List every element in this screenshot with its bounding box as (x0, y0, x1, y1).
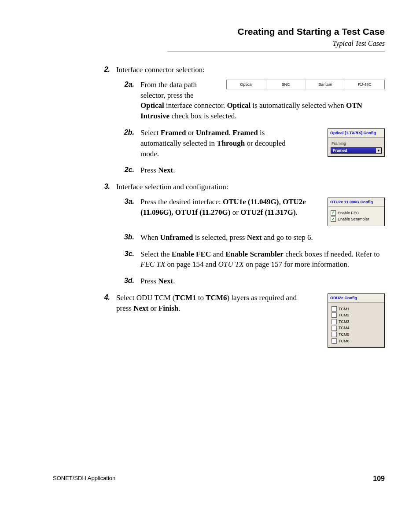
step-number: 2. (92, 65, 116, 75)
text: , (279, 198, 283, 206)
substep-3a-text: Press the desired interface: OTU1e (11.0… (140, 197, 317, 218)
text: or (148, 304, 158, 312)
page-subtitle: Typical Test Cases (167, 40, 385, 48)
connector-bantam[interactable]: Bantam (306, 80, 346, 89)
substep-number: 2c. (117, 165, 140, 176)
checkbox-icon (332, 326, 337, 331)
text: on page 157 for more information. (244, 260, 349, 268)
framing-dropdown[interactable]: Framed ▼ (331, 147, 382, 154)
text-bold: Enable FEC (172, 250, 211, 258)
tcm5-row[interactable]: TCM5 (332, 332, 381, 338)
enable-fec-row[interactable]: Enable FEC (331, 210, 382, 216)
checkbox-label: TCM3 (339, 319, 350, 325)
text: . (178, 304, 180, 312)
step-3-title: Interface selection and configuration: (116, 182, 385, 192)
text: is selected, press (193, 233, 247, 242)
text: Select ODU TCM ( (116, 294, 175, 302)
checkbox-icon (332, 332, 337, 337)
text-bold: Through (217, 139, 245, 147)
step-2-title: Interface connector selection: (116, 65, 385, 75)
footer-left: SONET/SDH Application (53, 475, 115, 483)
dropdown-value: Framed (333, 148, 347, 154)
checkbox-label: TCM6 (339, 338, 350, 344)
substep-number: 2b. (117, 128, 140, 159)
text: From the data path selector, press the (140, 81, 197, 99)
page-number: 109 (373, 475, 385, 483)
text-bold: Next (158, 277, 173, 285)
panel-title: Optical [1,TX/RX] Config (328, 129, 384, 138)
checkbox-icon (332, 306, 337, 312)
substep-2a-rest: Optical interface connector. Optical is … (140, 100, 385, 121)
text: and go to step 6. (262, 233, 313, 242)
text-bold: Finish (158, 304, 178, 312)
text-bold: Next (247, 233, 262, 242)
checkbox-label: TCM5 (339, 332, 350, 338)
substep-3c-text: Select the Enable FEC and Enable Scrambl… (140, 249, 385, 270)
text-bold: Optical (140, 101, 164, 110)
text-bold: Unframed (160, 233, 193, 242)
text: Select (140, 128, 161, 137)
tcm3-row[interactable]: TCM3 (332, 319, 381, 325)
text-italic: FEC TX (140, 260, 165, 268)
optical-config-panel: Optical [1,TX/RX] Config Framing Framed … (328, 128, 385, 157)
text: Press the desired interface: (140, 198, 223, 206)
checkbox-label: TCM1 (339, 306, 350, 312)
text: is automatically selected when (251, 101, 346, 110)
enable-scrambler-row[interactable]: Enable Scrambler (331, 216, 382, 222)
substep-2a-lead: From the data path selector, press the (140, 80, 220, 101)
connector-bnc[interactable]: BNC (266, 80, 306, 89)
text: check box is selected. (169, 112, 236, 120)
text: or (230, 208, 240, 216)
substep-number: 3d. (117, 276, 140, 286)
substep-2b-text: Select Framed or Unframed. Framed is aut… (140, 128, 299, 159)
substep-number: 3a. (117, 197, 140, 226)
substep-3d-text: Press Next. (140, 276, 385, 286)
step-number: 4. (92, 293, 116, 348)
tcm6-row[interactable]: TCM6 (332, 338, 381, 344)
text: . (173, 166, 175, 174)
text-italic: OTU TX (218, 260, 244, 268)
text-bold: TCM1 (175, 294, 196, 302)
text: . (229, 128, 233, 137)
tcm4-row[interactable]: TCM4 (332, 325, 381, 331)
checkbox-icon (332, 338, 337, 344)
step-number: 3. (92, 182, 116, 192)
text-bold: Next (158, 166, 173, 174)
text-bold: OTU1e (11.049G) (223, 198, 279, 206)
checkbox-label: Enable FEC (338, 210, 359, 216)
text-bold: Enable Scrambler (225, 250, 284, 258)
text-bold: OTU2f (11.317G) (240, 208, 296, 216)
text: on page 154 and (165, 260, 218, 268)
substep-number: 3b. (117, 232, 140, 243)
text-bold: Framed (232, 128, 258, 137)
text: When (140, 233, 160, 242)
odu-config-panel: ODU2e Config TCM1 TCM2 TCM3 TCM4 TCM5 TC… (328, 294, 385, 348)
text: Press (140, 277, 158, 285)
checkbox-label: TCM2 (339, 312, 350, 318)
text: and (211, 250, 225, 258)
text: . (296, 208, 298, 216)
checkbox-label: Enable Scrambler (338, 216, 369, 222)
substep-2c-text: Press Next. (140, 165, 385, 176)
substep-number: 2a. (117, 80, 140, 121)
text: Select the (140, 250, 172, 258)
otu-config-panel: OTU2e 11.096G Config Enable FEC Enable S… (328, 198, 385, 226)
text-bold: Framed (161, 128, 186, 137)
checkbox-label: TCM4 (339, 325, 350, 331)
connector-rj48c[interactable]: RJ-48C (345, 80, 384, 89)
header-rule (167, 51, 385, 51)
text: check boxes if needed. Refer to (284, 250, 380, 258)
checkbox-icon (332, 312, 337, 318)
text-bold: Unframed (196, 128, 229, 137)
text: interface connector. (164, 101, 227, 110)
substep-3b-text: When Unframed is selected, press Next an… (140, 232, 385, 243)
text: to (196, 294, 206, 302)
substep-number: 3c. (117, 249, 140, 270)
text: . (173, 277, 175, 285)
text-bold: Next (133, 304, 148, 312)
text: or (186, 128, 196, 137)
tcm1-row[interactable]: TCM1 (332, 306, 381, 312)
text: Press (140, 166, 158, 174)
connector-optical[interactable]: Optical (227, 80, 266, 89)
tcm2-row[interactable]: TCM2 (332, 312, 381, 318)
